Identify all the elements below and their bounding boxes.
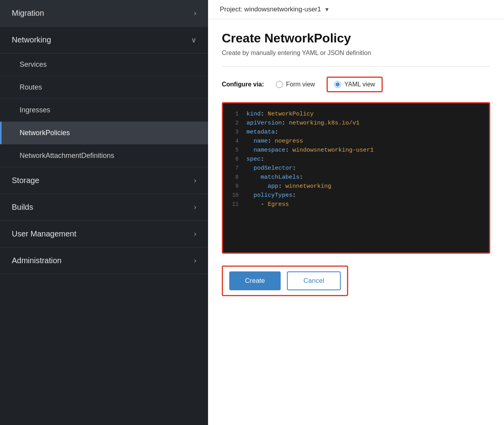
code-line-6: 6 spec:: [223, 155, 489, 164]
sidebar-item-networking-label: Networking: [12, 35, 51, 44]
sidebar-item-services[interactable]: Services: [0, 53, 208, 76]
line-content-8: matchLabels:: [247, 174, 489, 181]
line-content-11: - Egress: [247, 201, 489, 208]
code-editor-wrapper: 1 kind: NetworkPolicy 2 apiVersion: netw…: [222, 102, 490, 254]
line-number-6: 6: [223, 156, 247, 162]
chevron-right-icon-admin: ›: [194, 256, 196, 265]
line-number-1: 1: [223, 111, 247, 117]
code-editor[interactable]: 1 kind: NetworkPolicy 2 apiVersion: netw…: [223, 103, 489, 253]
code-line-4: 4 name: noegress: [223, 137, 489, 146]
sidebar-item-networkattachmentdefinitions[interactable]: NetworkAttachmentDefinitions: [0, 145, 208, 167]
sidebar-item-user-management[interactable]: User Management ›: [0, 221, 208, 247]
project-label: Project: windowsnetworking-user1: [220, 5, 321, 13]
configure-label: Configure via:: [222, 81, 264, 88]
line-number-5: 5: [223, 147, 247, 153]
code-line-1: 1 kind: NetworkPolicy: [223, 110, 489, 119]
code-line-10: 10 policyTypes:: [223, 191, 489, 200]
sidebar-item-networking[interactable]: Networking ∨: [0, 27, 208, 53]
line-number-11: 11: [223, 201, 247, 207]
line-number-2: 2: [223, 120, 247, 126]
create-button[interactable]: Create: [229, 271, 281, 290]
project-selector[interactable]: Project: windowsnetworking-user1 ▼: [220, 5, 330, 13]
chevron-right-icon-storage: ›: [194, 176, 196, 185]
sidebar-item-builds[interactable]: Builds ›: [0, 194, 208, 221]
line-content-9: app: winnetworking: [247, 183, 489, 190]
main-content: Project: windowsnetworking-user1 ▼ Creat…: [208, 0, 504, 425]
sidebar-item-migration[interactable]: Migration ›: [0, 0, 208, 27]
sidebar-item-routes[interactable]: Routes: [0, 76, 208, 99]
line-content-6: spec:: [247, 156, 489, 163]
sidebar-item-builds-label: Builds: [12, 203, 33, 212]
sidebar-item-ingresses[interactable]: Ingresses: [0, 99, 208, 122]
chevron-down-icon: ∨: [191, 36, 196, 44]
sidebar-subitem-services-label: Services: [20, 60, 47, 69]
sidebar-item-storage[interactable]: Storage ›: [0, 167, 208, 194]
divider: [222, 66, 490, 67]
code-line-9: 9 app: winnetworking: [223, 182, 489, 191]
line-number-9: 9: [223, 183, 247, 189]
line-content-2: apiVersion: networking.k8s.io/v1: [247, 120, 489, 126]
form-view-option[interactable]: Form view: [276, 81, 315, 88]
line-content-1: kind: NetworkPolicy: [247, 111, 489, 117]
line-number-8: 8: [223, 174, 247, 180]
sidebar-item-administration-label: Administration: [12, 256, 62, 265]
line-content-7: podSelector:: [247, 165, 489, 172]
sidebar-item-administration[interactable]: Administration ›: [0, 247, 208, 274]
code-line-3: 3 metadata:: [223, 128, 489, 137]
sidebar-subitem-nad-label: NetworkAttachmentDefinitions: [20, 152, 114, 160]
yaml-view-box: YAML view: [327, 77, 382, 92]
page-subtitle: Create by manually entering YAML or JSON…: [222, 49, 490, 57]
line-number-7: 7: [223, 165, 247, 171]
sidebar-subitem-networkpolicies-label: NetworkPolicies: [20, 129, 70, 137]
sidebar-item-storage-label: Storage: [12, 176, 39, 185]
line-content-5: namespace: windowsnetworking-user1: [247, 147, 489, 154]
chevron-right-icon: ›: [194, 9, 196, 17]
sidebar-item-networkpolicies[interactable]: NetworkPolicies: [0, 122, 208, 145]
yaml-view-option[interactable]: YAML view: [334, 81, 375, 88]
yaml-view-label: YAML view: [344, 81, 375, 88]
code-line-8: 8 matchLabels:: [223, 173, 489, 182]
form-view-label: Form view: [286, 81, 315, 88]
code-line-7: 7 podSelector:: [223, 164, 489, 173]
top-bar: Project: windowsnetworking-user1 ▼: [208, 0, 504, 19]
line-number-10: 10: [223, 192, 247, 198]
form-view-radio[interactable]: [276, 81, 283, 88]
buttons-wrapper: Create Cancel: [222, 266, 348, 296]
line-content-10: policyTypes:: [247, 192, 489, 199]
code-line-2: 2 apiVersion: networking.k8s.io/v1: [223, 119, 489, 128]
sidebar-item-user-management-label: User Management: [12, 229, 77, 238]
cancel-button[interactable]: Cancel: [287, 271, 341, 290]
code-line-11: 11 - Egress: [223, 200, 489, 209]
dropdown-arrow-icon: ▼: [324, 6, 330, 13]
line-content-3: metadata:: [247, 129, 489, 136]
line-number-3: 3: [223, 129, 247, 135]
content-area: Create NetworkPolicy Create by manually …: [208, 19, 504, 308]
chevron-right-icon-usermgmt: ›: [194, 230, 196, 238]
chevron-right-icon-builds: ›: [194, 203, 196, 211]
sidebar: Migration › Networking ∨ Services Routes…: [0, 0, 208, 425]
line-content-4: name: noegress: [247, 138, 489, 145]
configure-row: Configure via: Form view YAML view: [222, 77, 490, 92]
yaml-view-radio[interactable]: [334, 81, 341, 88]
sidebar-subitem-routes-label: Routes: [20, 83, 42, 92]
line-number-4: 4: [223, 138, 247, 144]
sidebar-subitem-ingresses-label: Ingresses: [20, 106, 50, 114]
page-title: Create NetworkPolicy: [222, 31, 490, 46]
sidebar-item-migration-label: Migration: [12, 9, 44, 18]
code-line-5: 5 namespace: windowsnetworking-user1: [223, 146, 489, 155]
